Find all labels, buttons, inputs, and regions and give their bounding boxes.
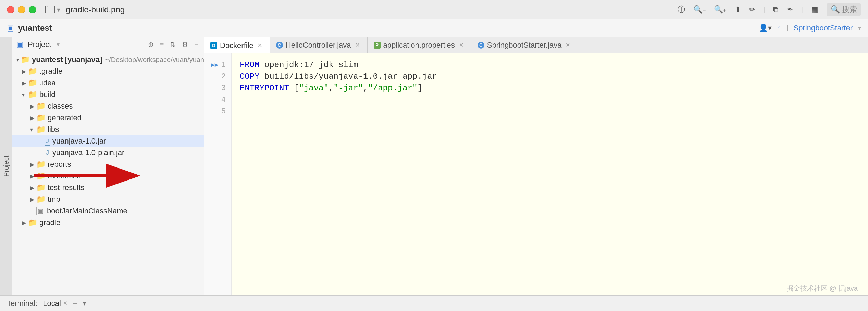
code-text-copy-value: build/libs/yuanjava-1.0.jar app.jar (264, 72, 437, 81)
tree-item-bootjar[interactable]: ▶ ▣ bootJarMainClassName (12, 205, 204, 217)
locate-icon[interactable]: ⊕ (147, 40, 155, 49)
sidebar-toolbar-label: Project (28, 40, 51, 49)
line-numbers: ▶▶ 1 2 3 4 5 (204, 53, 232, 295)
terminal-tab-name: Local (43, 299, 61, 308)
tree-label-root-path: ~/Desktop/workspace/yuan/yuantest (105, 56, 204, 64)
duplicate-icon[interactable]: ⧉ (773, 5, 779, 14)
tree-label-test-results: test-results (48, 183, 85, 192)
line-number-3: 3 (211, 82, 226, 94)
titlebar-filename: gradle-build.png (66, 5, 125, 14)
code-bracket-close: ] (417, 84, 422, 93)
tree-label-gradle: .gradle (39, 67, 62, 76)
project-tab[interactable]: Project (0, 37, 12, 295)
line-num-2: 2 (221, 72, 226, 81)
terminal-tab-local[interactable]: Local ✕ (43, 299, 67, 308)
tree-label-resources: resources (48, 172, 81, 181)
code-comma-1: , (328, 84, 333, 93)
tree-item-gradle2[interactable]: ▶ 📁 gradle (12, 217, 204, 228)
tree-label-libs: libs (48, 125, 59, 134)
tree-item-root[interactable]: ▾ 📁 yuantest [yuanjava] ~/Desktop/worksp… (12, 54, 204, 65)
code-line-1: FROM openjdk:17-jdk-slim (240, 59, 860, 71)
settings-icon[interactable]: ⚙ (181, 40, 189, 49)
line-number-4: 4 (211, 94, 226, 105)
jar-icon-1: J (45, 137, 50, 146)
tab-close-appprops[interactable]: ✕ (458, 41, 465, 49)
tab-dockerfile[interactable]: D Dockerfile ✕ (204, 37, 270, 53)
line-number-1: ▶▶ 1 (211, 59, 226, 71)
tree-item-libs[interactable]: ▾ 📁 libs (12, 124, 204, 135)
terminal-tab-close[interactable]: ✕ (63, 300, 67, 307)
zoom-in-icon[interactable]: 🔍+ (714, 5, 726, 14)
tab-close-springbootstarter[interactable]: ✕ (564, 41, 571, 49)
tree-label-root: yuantest [yuanjava] (32, 55, 102, 64)
folder-icon-reports: 📁 (36, 160, 46, 169)
toolbar-icon[interactable]: ▦ (811, 5, 818, 14)
tree-item-reports[interactable]: ▶ 📁 reports (12, 159, 204, 170)
search-box[interactable]: 🔍 搜索 (827, 3, 861, 16)
sidebar-icon: ▣ (16, 40, 24, 49)
run-config-dropdown[interactable]: ▾ (858, 24, 861, 32)
folder-icon-classes: 📁 (36, 102, 46, 111)
folder-icon-gradle: 📁 (28, 67, 37, 76)
minimize-button[interactable] (18, 6, 25, 13)
code-line-5 (240, 105, 860, 117)
tree-item-resources[interactable]: ▶ 📁 resources (12, 170, 204, 182)
tree-arrow-tmp: ▶ (30, 196, 35, 203)
line-num-3: 3 (221, 84, 226, 92)
tab-label-appprops: application.properties (383, 41, 455, 50)
tree-item-jar2[interactable]: ▶ J yuanjava-1.0-plain.jar (12, 147, 204, 159)
sidebar-dropdown[interactable]: ▾ (57, 41, 60, 48)
hide-sidebar-icon[interactable]: − (193, 40, 200, 49)
tree-item-generated[interactable]: ▶ 📁 generated (12, 112, 204, 124)
tree-label-gradle2: gradle (39, 218, 60, 227)
tree-item-build[interactable]: ▾ 📁 build (12, 89, 204, 100)
terminal-add-button[interactable]: + (73, 299, 77, 308)
code-string-jar: "-jar" (334, 84, 363, 93)
tree-item-gradle[interactable]: ▶ 📁 .gradle (12, 65, 204, 77)
run-config-label: SpringbootStarter (794, 24, 853, 33)
tree-item-classes[interactable]: ▶ 📁 classes (12, 100, 204, 112)
exec-indicator-1: ▶▶ (211, 61, 219, 69)
titlebar: ▾ gradle-build.png ⓘ 🔍− 🔍+ ⬆ ✏ | ⧉ ✒ | ▦… (0, 0, 868, 19)
tree-arrow-gradle2: ▶ (22, 220, 27, 226)
folder-icon-libs: 📁 (36, 125, 46, 134)
code-text-from-value: openjdk:17-jdk-slim (264, 60, 358, 70)
tab-appprops[interactable]: P application.properties ✕ (368, 37, 471, 53)
tree-label-build: build (39, 90, 55, 99)
tab-close-dockerfile[interactable]: ✕ (256, 41, 263, 49)
tree-arrow-idea: ▶ (22, 80, 27, 86)
search-placeholder: 搜索 (842, 4, 857, 15)
edit-icon[interactable]: ✏ (749, 5, 755, 14)
tree-arrow-gradle: ▶ (22, 68, 27, 75)
tree-item-test-results[interactable]: ▶ 📁 test-results (12, 182, 204, 194)
tree-label-jar2: yuanjava-1.0-plain.jar (52, 148, 124, 157)
svg-rect-1 (45, 6, 48, 13)
tree-arrow-classes: ▶ (30, 103, 35, 110)
share-icon[interactable]: ⬆ (735, 5, 741, 14)
commit-icon[interactable]: ↑ (777, 24, 781, 33)
zoom-out-icon[interactable]: 🔍− (693, 5, 706, 14)
window-icon: ▾ (45, 5, 60, 14)
jar-icon-2: J (45, 149, 50, 157)
tab-close-hellocontroller[interactable]: ✕ (354, 41, 361, 49)
terminal-dropdown[interactable]: ▾ (83, 300, 86, 307)
annotate-icon[interactable]: ✒ (787, 5, 793, 14)
tree-item-idea[interactable]: ▶ 📁 .idea (12, 77, 204, 89)
tabs-bar: D Dockerfile ✕ C HelloController.java ✕ … (204, 37, 868, 53)
expand-icon[interactable]: ⇅ (169, 40, 177, 49)
tree-item-tmp[interactable]: ▶ 📁 tmp (12, 194, 204, 205)
folder-icon-resources: 📁 (36, 172, 46, 181)
tree-item-jar1[interactable]: ▶ J yuanjava-1.0.jar (12, 135, 204, 147)
user-icon[interactable]: 👤▾ (759, 24, 772, 33)
tab-hellocontroller[interactable]: C HelloController.java ✕ (270, 37, 368, 53)
tree-label-idea: .idea (39, 78, 56, 87)
collapse-all-icon[interactable]: ≡ (159, 40, 165, 49)
code-content[interactable]: FROM openjdk:17-jdk-slim COPY build/libs… (232, 53, 868, 295)
file-icon-bootjar: ▣ (36, 207, 45, 215)
tab-icon-appprops: P (374, 42, 381, 49)
tab-springbootstarter[interactable]: C SpringbootStarter.java ✕ (471, 37, 578, 53)
maximize-button[interactable] (29, 6, 36, 13)
close-button[interactable] (7, 6, 14, 13)
code-line-2: COPY build/libs/yuanjava-1.0.jar app.jar (240, 71, 860, 82)
info-icon[interactable]: ⓘ (678, 4, 685, 15)
